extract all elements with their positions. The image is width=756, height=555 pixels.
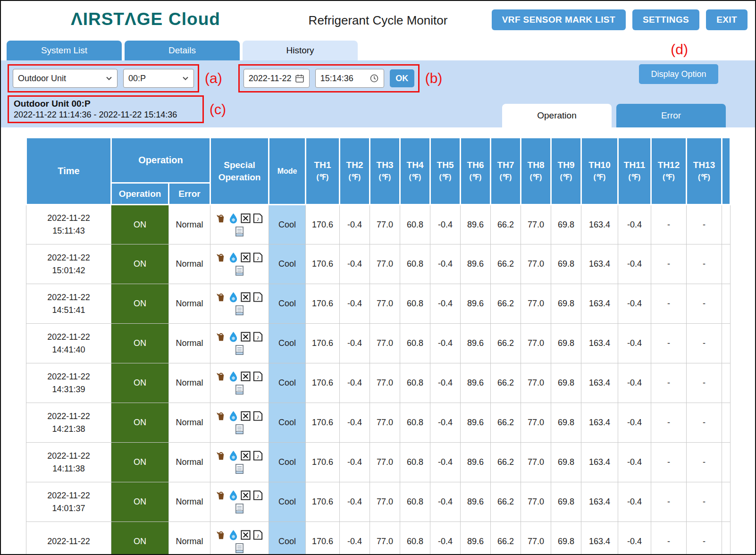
oil-recovery-icon [215,370,227,383]
time-value: 15:14:36 [320,74,353,84]
value-cell-th9: 69.8 [551,284,581,324]
defrost-icon: ❄ [227,291,240,303]
operation-cell: ON [111,244,169,284]
settings-button[interactable]: SETTINGS [632,9,699,30]
tab-details[interactable]: Details [125,41,240,60]
defrost-icon: ❄ [227,410,240,422]
value-cell-th5: -0.4 [430,482,461,522]
cancel-box-icon [240,331,252,343]
value-cell-th1: 170.6 [306,522,340,555]
brand-main: ΛIRSTΛGE [71,9,163,29]
time-cell: 2022-11-2215:11:43 [26,205,111,244]
defrost-icon: ❄ [227,331,240,343]
svg-text:❄: ❄ [231,217,235,222]
value-cell-th7: 66.2 [491,205,521,244]
column-header-th5: TH5(℉) [430,138,461,205]
value-cell-th4: 60.8 [400,284,430,324]
unit-address-select[interactable]: 00:P [123,69,194,88]
main-tabs: System List Details History [1,39,755,60]
time-cell: 2022-11-2214:21:38 [26,403,111,443]
operation-cell: ON [111,403,169,443]
value-cell-th12: - [651,324,687,363]
oil-recovery-icon [215,450,227,462]
error-cell: Normal [169,324,210,363]
value-cell-th4: 60.8 [400,403,430,443]
time-input[interactable]: 15:14:36 [315,69,384,88]
value-cell-th12: - [651,403,687,443]
vrf-sensor-mark-list-button[interactable]: VRF SENSOR MARK LIST [492,9,626,30]
value-cell-th6: 89.6 [461,205,491,244]
oil-recovery-icon [215,331,227,343]
annotation-a-box: Outdoor Unit 00:P [8,64,199,92]
value-cell-th12: - [651,205,687,244]
date-value: 2022-11-22 [249,74,292,84]
history-row: 2022-11-2214:51:41ONNormal ❄ ♪ [26,284,731,324]
error-cell: Normal [169,205,210,244]
mode-cell: Cool [269,324,306,363]
column-header-th7: TH7(℉) [491,138,521,205]
page-title: Refrigerant Cycle Monitor [309,13,448,28]
tab-system-list[interactable]: System List [7,41,122,60]
value-cell-th13: - [687,443,722,482]
column-header-partial [722,138,731,205]
svg-text:❄: ❄ [231,415,235,420]
value-cell-th10: 163.4 [581,324,618,363]
partial-cell [722,403,731,443]
error-cell: Normal [169,403,210,443]
column-header-th10: TH10(℉) [581,138,618,205]
document-icon [234,503,246,515]
value-cell-th5: -0.4 [430,363,461,403]
value-cell-th5: -0.4 [430,522,461,555]
mode-cell: Cool [269,443,306,482]
tab-history[interactable]: History [243,41,358,60]
svg-text:♪: ♪ [256,334,259,341]
value-cell-th11: -0.4 [618,443,651,482]
chevron-down-icon [106,76,112,81]
history-table: Time Operation Special Operation Mode TH… [25,137,731,555]
svg-text:♪: ♪ [256,493,259,499]
value-cell-th11: -0.4 [618,284,651,324]
value-cell-th2: -0.4 [340,363,370,403]
column-header-special-operation: Special Operation [210,138,269,205]
subtab-operation[interactable]: Operation [502,104,612,127]
partial-cell [722,244,731,284]
value-cell-th13: - [687,363,722,403]
value-cell-th3: 77.0 [370,522,400,555]
time-cell: 2022-11-2214:01:37 [26,482,111,522]
display-option-button[interactable]: Display Option [639,64,718,84]
value-cell-th7: 66.2 [491,522,521,555]
value-cell-th9: 69.8 [551,403,581,443]
value-cell-th1: 170.6 [306,244,340,284]
column-header-th11: TH11(℉) [618,138,651,205]
value-cell-th8: 77.0 [521,244,551,284]
value-cell-th9: 69.8 [551,482,581,522]
value-cell-th7: 66.2 [491,403,521,443]
value-cell-th13: - [687,403,722,443]
date-input[interactable]: 2022-11-22 [244,69,310,88]
special-operation-cell: ❄ ♪ [210,284,269,324]
exit-button[interactable]: EXIT [706,9,748,30]
history-row: 2022-11-2214:11:38ONNormal ❄ ♪ [26,443,731,482]
value-cell-th5: -0.4 [430,443,461,482]
special-operation-cell: ❄ ♪ [210,522,269,555]
subtab-error[interactable]: Error [616,104,726,127]
mode-cell: Cool [269,284,306,324]
value-cell-th2: -0.4 [340,284,370,324]
special-operation-cell: ❄ ♪ [210,443,269,482]
mode-cell: Cool [269,522,306,555]
mode-cell: Cool [269,363,306,403]
value-cell-th9: 69.8 [551,522,581,555]
defrost-icon: ❄ [227,212,240,224]
unit-type-select[interactable]: Outdoor Unit [13,69,118,88]
selected-range-label: 2022-11-22 11:14:36 - 2022-11-22 15:14:3… [14,110,198,120]
ok-button[interactable]: OK [390,69,414,87]
cancel-box-icon [240,291,252,303]
filter-band: Outdoor Unit 00:P (a) 2022-11-22 15:14:3… [1,60,755,127]
oil-recovery-icon [215,252,227,264]
value-cell-th6: 89.6 [461,324,491,363]
value-cell-th2: -0.4 [340,324,370,363]
svg-text:♪: ♪ [256,255,259,261]
svg-text:♪: ♪ [256,532,259,539]
value-cell-th7: 66.2 [491,482,521,522]
error-cell: Normal [169,482,210,522]
